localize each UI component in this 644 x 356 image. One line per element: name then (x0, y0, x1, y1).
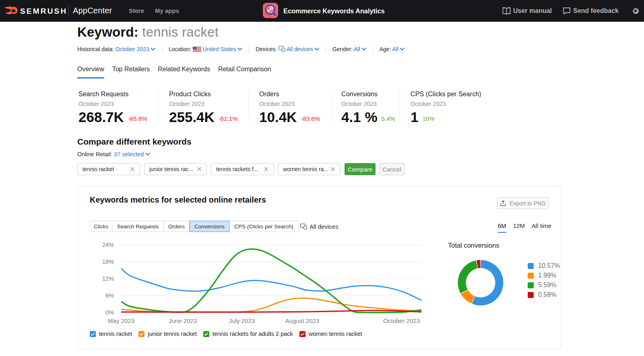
svg-text:July 2023: July 2023 (229, 317, 255, 324)
svg-text:24%: 24% (102, 242, 114, 248)
svg-text:October 2023: October 2023 (383, 317, 420, 324)
svg-text:August 2023: August 2023 (285, 317, 319, 324)
svg-text:6%: 6% (105, 292, 114, 299)
svg-text:June 2023: June 2023 (169, 317, 197, 324)
svg-text:May 2023: May 2023 (108, 317, 134, 324)
svg-text:0%: 0% (105, 309, 114, 316)
svg-text:18%: 18% (102, 259, 114, 265)
svg-text:12%: 12% (102, 275, 114, 282)
